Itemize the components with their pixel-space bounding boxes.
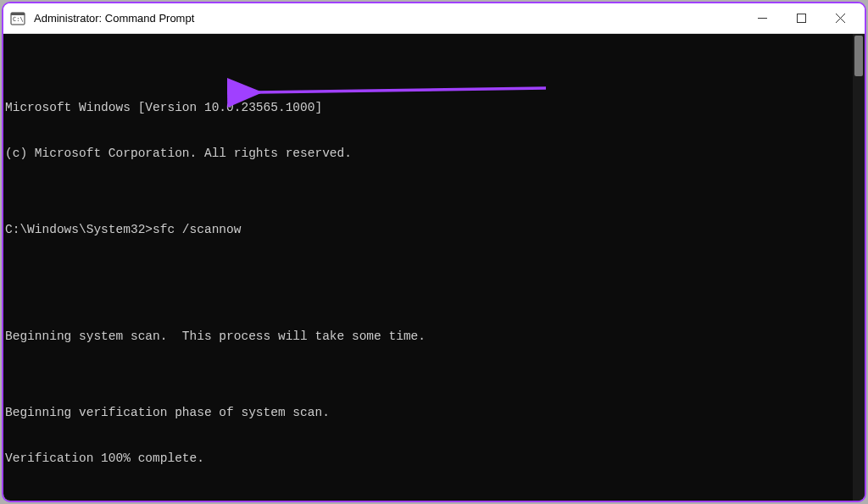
maximize-button[interactable] xyxy=(782,5,821,32)
svg-text:C:\: C:\ xyxy=(13,16,24,23)
cmd-icon: C:\ xyxy=(10,11,25,26)
terminal-line: Beginning verification phase of system s… xyxy=(5,405,863,420)
minimize-button[interactable] xyxy=(743,5,782,32)
window-title: Administrator: Command Prompt xyxy=(34,12,743,25)
scrollbar-thumb[interactable] xyxy=(854,36,863,76)
svg-rect-4 xyxy=(797,14,805,23)
terminal-command-line: C:\Windows\System32>sfc /scannow xyxy=(5,222,863,237)
terminal-line: Beginning system scan. This process will… xyxy=(5,329,863,344)
terminal-output[interactable]: Microsoft Windows [Version 10.0.23565.10… xyxy=(3,34,865,501)
svg-rect-1 xyxy=(11,13,25,15)
terminal-line: Verification 100% complete. xyxy=(5,451,863,466)
terminal-line: Microsoft Windows [Version 10.0.23565.10… xyxy=(5,100,863,115)
close-button[interactable] xyxy=(821,5,860,32)
scrollbar-track[interactable] xyxy=(853,34,865,501)
terminal-content: Microsoft Windows [Version 10.0.23565.10… xyxy=(5,69,863,501)
window-frame: C:\ Administrator: Command Prompt Micros… xyxy=(2,2,866,502)
terminal-line: (c) Microsoft Corporation. All rights re… xyxy=(5,146,863,161)
window-controls xyxy=(743,5,860,32)
terminal-prompt: C:\Windows\System32> xyxy=(5,223,153,236)
titlebar[interactable]: C:\ Administrator: Command Prompt xyxy=(3,3,865,34)
terminal-command: sfc /scannow xyxy=(153,223,241,236)
